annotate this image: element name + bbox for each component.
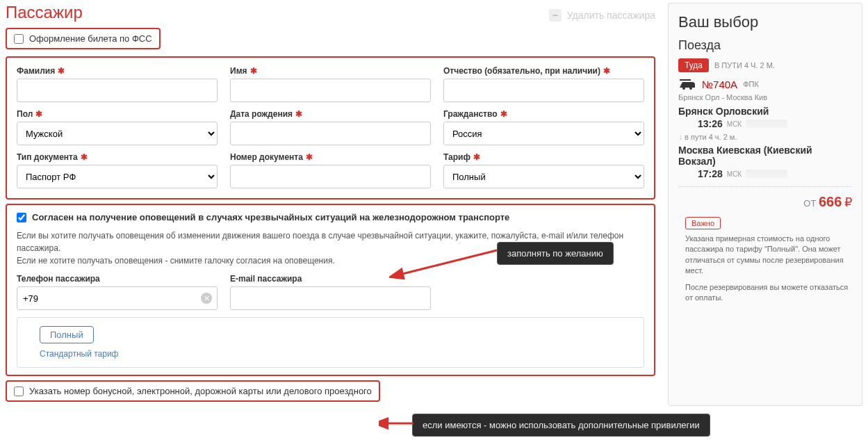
fss-checkbox[interactable]: Оформление билета по ФСС (14, 33, 152, 44)
arrow-icon-2 (379, 416, 417, 431)
gender-select[interactable]: Мужской (17, 122, 218, 145)
svg-point-0 (682, 87, 685, 90)
enroute: в пути 4 ч. 2 м. (685, 133, 737, 141)
callout-bonus: если имеются - можно использовать дополн… (412, 414, 710, 437)
ruble-icon: ₽ (844, 195, 852, 209)
tariff-select[interactable]: Полный (443, 165, 644, 188)
surname-input[interactable] (17, 79, 218, 102)
important-text-1: Указана примерная стоимость на одного па… (685, 234, 852, 277)
doctype-label: Тип документа✱ (17, 152, 218, 162)
minus-icon: − (549, 9, 562, 22)
sidebar: Ваш выбор Поезда Туда В ПУТИ 4 Ч. 2 М. №… (668, 3, 862, 406)
bonus-checkbox[interactable]: Указать номер бонусной, электронной, дор… (14, 386, 372, 396)
doctype-select[interactable]: Паспорт РФ (17, 165, 218, 188)
patronymic-input[interactable] (443, 79, 644, 102)
docnum-input[interactable] (230, 165, 431, 188)
fss-label: Оформление билета по ФСС (29, 33, 152, 44)
date-masked (746, 120, 787, 128)
citizenship-label: Гражданство✱ (443, 109, 644, 119)
surname-label: Фамилия✱ (17, 66, 218, 76)
train-operator: ФПК (743, 80, 759, 88)
tariff-label: Тариф✱ (443, 152, 644, 162)
train-icon (678, 78, 696, 90)
tz1: МСК (727, 120, 742, 128)
from-station: Брянск Орловский (678, 106, 852, 117)
bonus-checkbox-input[interactable] (14, 387, 24, 396)
citizenship-select[interactable]: Россия (443, 122, 644, 145)
email-input[interactable] (230, 286, 431, 310)
tariff-pill: Полный (40, 326, 94, 343)
docnum-label: Номер документа✱ (230, 152, 431, 162)
sidebar-header: Ваш выбор (678, 13, 852, 31)
name-label: Имя✱ (230, 66, 431, 76)
phone-input[interactable] (17, 286, 218, 310)
route-small: Брянск Орл - Москва Кив (678, 93, 852, 101)
price-row: ОТ 666 ₽ (678, 194, 852, 210)
clear-icon[interactable]: ✕ (201, 293, 212, 304)
fss-checkbox-input[interactable] (14, 34, 24, 44)
patronymic-label: Отчество (обязательно, при наличии)✱ (443, 66, 644, 76)
date-masked-2 (746, 170, 787, 178)
phone-label: Телефон пассажира (17, 274, 218, 284)
notifications-checkbox[interactable]: Согласен на получение оповещений в случа… (17, 212, 644, 222)
direction-pill: Туда (678, 58, 709, 72)
email-label: E-mail пассажира (230, 274, 431, 284)
important-text-2: После резервирования вы можете отказатьс… (685, 282, 852, 304)
tariff-desc: Стандартный тариф (40, 349, 635, 359)
price: 666 (819, 194, 842, 209)
to-station: Москва Киевская (Киевский Вокзал) (678, 145, 852, 167)
dob-input[interactable] (230, 122, 431, 145)
to-time: 17:28 (698, 168, 723, 179)
remove-passenger-button[interactable]: − Удалить пассажира (549, 9, 655, 22)
callout-optional: заполнять по желанию (497, 242, 614, 265)
remove-passenger-label: Удалить пассажира (567, 10, 655, 21)
dob-label: Дата рождения✱ (230, 109, 431, 119)
tz2: МСК (727, 170, 742, 178)
gender-label: Пол✱ (17, 109, 218, 119)
travel-time-top: В ПУТИ 4 Ч. 2 М. (714, 61, 775, 70)
svg-rect-2 (680, 79, 691, 81)
page-title: Пассажир (6, 3, 83, 22)
arrow-down-icon: ↓ (678, 132, 682, 142)
notifications-label: Согласен на получение оповещений в случа… (32, 212, 509, 222)
notifications-checkbox-input[interactable] (17, 213, 26, 222)
bonus-label: Указать номер бонусной, электронной, дор… (29, 386, 372, 396)
from-time: 13:26 (698, 118, 723, 129)
sidebar-trains-label: Поезда (678, 38, 852, 53)
tariff-info-box: Полный Стандартный тариф (17, 317, 644, 368)
svg-point-1 (689, 87, 692, 90)
name-input[interactable] (230, 79, 431, 102)
important-badge: Важно (685, 217, 721, 229)
train-number: №740А (702, 79, 737, 90)
